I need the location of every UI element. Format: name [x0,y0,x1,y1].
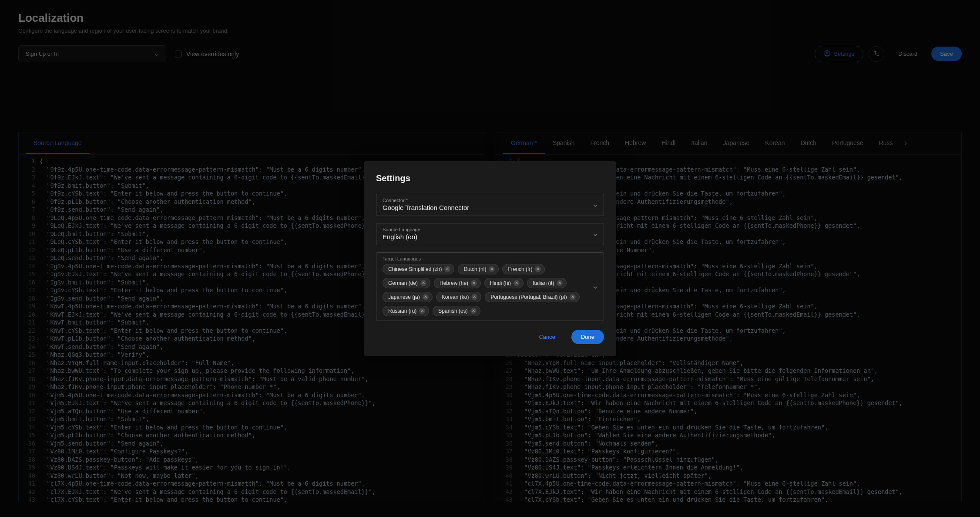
chip-label: Spanish (es) [438,308,467,314]
connector-value: Google Translation Connector [383,204,469,211]
language-chip: Chinese Simplified (zh)✕ [383,264,454,274]
chip-remove-icon[interactable]: ✕ [444,266,450,272]
settings-modal: Settings Connector * Google Translation … [364,161,616,356]
language-chip: Dutch (nl)✕ [458,264,499,274]
chip-label: Italian (it) [533,280,554,286]
chip-remove-icon[interactable]: ✕ [513,280,520,286]
language-chip: Hindi (hi)✕ [484,278,524,288]
chip-label: Korean (ko) [442,294,469,300]
chip-label: German (de) [388,280,418,286]
connector-select[interactable]: Connector * Google Translation Connector [376,194,604,216]
chip-label: Hindi (hi) [490,280,511,286]
chip-remove-icon[interactable]: ✕ [471,280,477,286]
chip-label: French (fr) [508,266,532,272]
chip-label: Dutch (nl) [463,266,486,272]
chip-remove-icon[interactable]: ✕ [470,308,477,314]
chip-remove-icon[interactable]: ✕ [471,294,477,300]
chip-remove-icon[interactable]: ✕ [557,280,563,286]
chevron-down-icon [593,232,597,236]
target-languages-label: Target Languages [383,256,586,261]
modal-title: Settings [376,173,604,183]
connector-label: Connector * [383,198,597,203]
language-chip: Hebrew (he)✕ [434,278,481,288]
chip-label: Portuguese (Portugal, Brazil) (pt) [490,294,567,300]
language-chip: Spanish (es)✕ [433,306,480,316]
modal-backdrop[interactable]: Settings Connector * Google Translation … [0,0,980,517]
chip-remove-icon[interactable]: ✕ [535,266,541,272]
chip-label: Russian (ru) [388,308,416,314]
language-chip: German (de)✕ [383,278,430,288]
chevron-down-icon [593,284,597,289]
language-chip: Russian (ru)✕ [383,306,429,316]
done-button[interactable]: Done [571,330,604,344]
source-language-select[interactable]: Source Language English (en) [376,223,604,245]
chip-remove-icon[interactable]: ✕ [489,266,495,272]
language-chip: Korean (ko)✕ [436,292,482,302]
target-languages-select[interactable]: Target Languages Chinese Simplified (zh)… [376,252,604,321]
chip-remove-icon[interactable]: ✕ [423,294,429,300]
chevron-down-icon [593,203,597,207]
chip-remove-icon[interactable]: ✕ [420,280,426,286]
source-language-value: English (en) [383,233,417,240]
language-chip: Italian (it)✕ [527,278,567,288]
language-chip: Portuguese (Portugal, Brazil) (pt)✕ [485,292,579,302]
chip-label: Japanese (ja) [388,294,420,300]
language-chip: Japanese (ja)✕ [383,292,433,302]
language-chip: French (fr)✕ [502,264,545,274]
chip-label: Chinese Simplified (zh) [388,266,442,272]
chip-remove-icon[interactable]: ✕ [419,308,425,314]
cancel-button[interactable]: Cancel [529,330,566,344]
source-language-label: Source Language [383,227,597,232]
chip-label: Hebrew (he) [440,280,468,286]
chip-remove-icon[interactable]: ✕ [570,294,576,300]
